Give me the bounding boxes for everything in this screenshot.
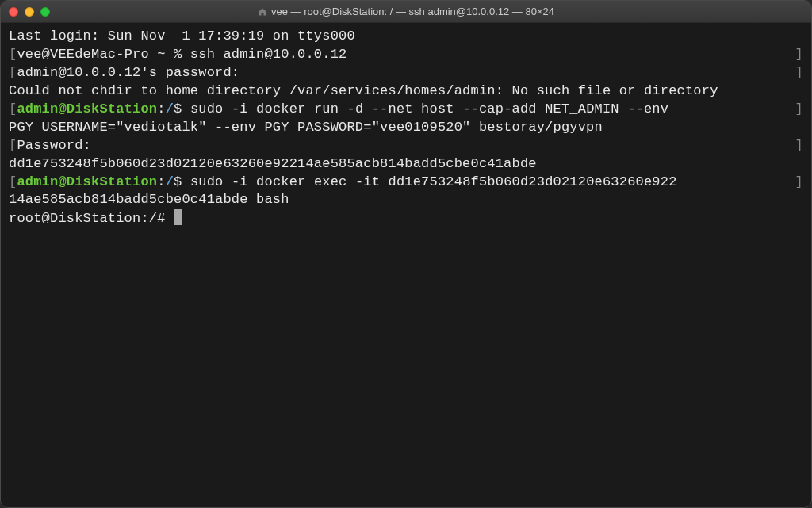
window-title: vee — root@DiskStation: / — ssh admin@10… xyxy=(1,6,811,17)
close-button[interactable] xyxy=(9,7,18,17)
chdir-error-line: Could not chdir to home directory /var/s… xyxy=(9,82,803,101)
titlebar[interactable]: vee — root@DiskStation: / — ssh admin@10… xyxy=(1,1,811,23)
terminal-content[interactable]: Last login: Sun Nov 1 17:39:19 on ttys00… xyxy=(1,23,811,507)
traffic-lights xyxy=(9,7,50,17)
cursor xyxy=(174,209,182,225)
terminal-window: vee — root@DiskStation: / — ssh admin@10… xyxy=(0,0,812,508)
minimize-button[interactable] xyxy=(25,7,34,17)
root-prompt-line: root@DiskStation:/# xyxy=(9,209,803,228)
maximize-button[interactable] xyxy=(40,7,50,17)
docker-exec-line: [admin@DiskStation:/$ sudo -i docker exe… xyxy=(9,174,803,192)
docker-exec-cont-line: 14ae585acb814badd5cbe0c41abde bash xyxy=(9,191,803,209)
ssh-command-line: [vee@VEEdeMac-Pro ~ % ssh admin@10.0.0.1… xyxy=(9,46,803,64)
home-icon xyxy=(258,7,267,17)
docker-run-cont-line: PGY_USERNAME="vediotalk" --env PGY_PASSW… xyxy=(9,119,803,137)
container-id-line: dd1e753248f5b060d23d02120e63260e92214ae5… xyxy=(9,155,803,174)
last-login-line: Last login: Sun Nov 1 17:39:19 on ttys00… xyxy=(9,28,803,46)
title-text: vee — root@DiskStation: / — ssh admin@10… xyxy=(271,6,554,17)
docker-run-line: [admin@DiskStation:/$ sudo -i docker run… xyxy=(9,101,803,119)
password-prompt-line: [admin@10.0.0.12's password:] xyxy=(9,64,803,82)
sudo-password-line: [Password:] xyxy=(9,137,803,155)
